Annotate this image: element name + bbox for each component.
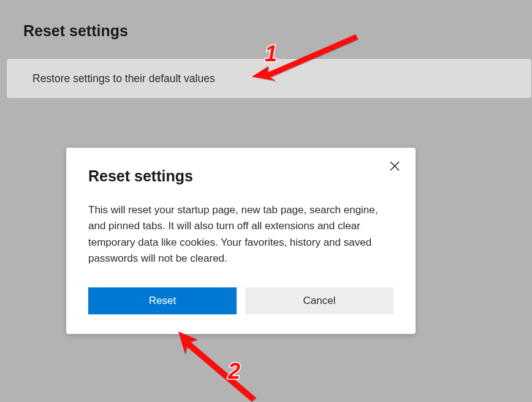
cancel-button[interactable]: Cancel xyxy=(245,287,393,314)
close-icon[interactable] xyxy=(389,160,401,175)
reset-button[interactable]: Reset xyxy=(88,287,237,314)
restore-defaults-row[interactable]: Restore settings to their default values xyxy=(6,58,532,99)
dialog-actions: Reset Cancel xyxy=(88,287,393,314)
reset-settings-dialog: Reset settings This will reset your star… xyxy=(66,148,416,334)
page-title: Reset settings xyxy=(0,0,532,40)
dialog-body: This will reset your startup page, new t… xyxy=(88,202,393,267)
annotation-arrow-2 xyxy=(178,332,256,401)
dialog-title: Reset settings xyxy=(88,167,393,185)
svg-marker-3 xyxy=(178,332,256,401)
x-icon xyxy=(389,160,401,172)
annotation-number-2: 2 xyxy=(227,358,240,384)
restore-defaults-label: Restore settings to their default values xyxy=(32,72,215,85)
